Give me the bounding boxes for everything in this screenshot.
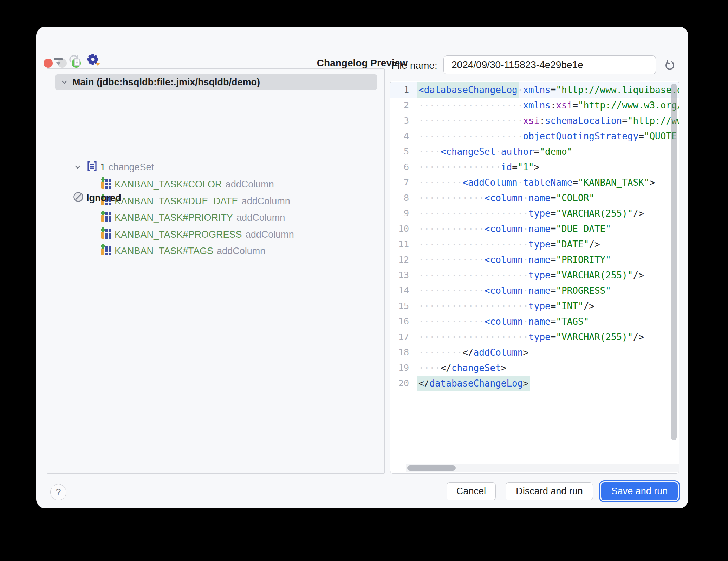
add-column-icon xyxy=(100,227,111,242)
code-line-19: ····</changeSet> xyxy=(418,360,506,376)
changeset-label: changeSet xyxy=(109,162,154,173)
line-number: 6 xyxy=(390,159,409,175)
line-number: 4 xyxy=(390,128,409,144)
tree-root-label: Main (jdbc:hsqldb:file:.jmix/hsqldb/demo… xyxy=(72,77,260,88)
line-number: 13 xyxy=(390,268,409,283)
code-line-16: ············<column·name="TAGS" xyxy=(418,314,589,329)
code-line-18: ········</addColumn> xyxy=(418,345,528,360)
line-number: 8 xyxy=(390,190,409,206)
regenerate-changelog-icon[interactable] xyxy=(68,53,80,66)
vertical-scrollbar[interactable] xyxy=(671,84,677,440)
code-line-7: ········<addColumn·tableName="KANBAN_TAS… xyxy=(418,175,655,190)
help-question-mark: ? xyxy=(56,487,61,498)
code-line-13: ····················type="VARCHAR(255)"/… xyxy=(418,268,644,283)
tree-row-ignored[interactable]: Ignored xyxy=(73,190,121,206)
gutter-separator xyxy=(414,81,414,473)
discard-and-run-button[interactable]: Discard and run xyxy=(506,482,593,500)
line-number: 5 xyxy=(390,144,409,159)
tree-item-name: KANBAN_TASK#TAGS xyxy=(115,246,213,257)
tree-row-changeset[interactable]: 1 changeSet xyxy=(73,159,154,175)
ignored-label: Ignored xyxy=(86,193,121,204)
line-number: 19 xyxy=(390,360,409,376)
code-line-11: ····················type="DATE"/> xyxy=(418,237,600,252)
line-number: 10 xyxy=(390,221,409,237)
tree-row-kanban-task-due-date[interactable]: KANBAN_TASK#DUE_DATEaddColumn xyxy=(100,193,290,209)
line-number: 7 xyxy=(390,175,409,190)
undo-icon[interactable] xyxy=(663,59,675,71)
changeset-icon xyxy=(87,160,97,174)
code-line-9: ····················type="VARCHAR(255)"/… xyxy=(418,206,644,221)
file-name-label: File name: xyxy=(391,60,437,71)
code-line-6: ···············id="1"> xyxy=(418,159,539,175)
line-number: 16 xyxy=(390,314,409,329)
changeset-count: 1 xyxy=(100,162,105,173)
file-name-input[interactable] xyxy=(443,55,656,74)
tree-item-name: KANBAN_TASK#DUE_DATE xyxy=(115,196,238,207)
add-column-icon xyxy=(100,211,111,225)
help-button[interactable]: ? xyxy=(50,484,66,500)
code-line-2: ···················xmlns:xsi="http://www… xyxy=(418,98,679,113)
add-column-icon xyxy=(100,244,111,258)
tree-item-action: addColumn xyxy=(226,179,274,190)
code-line-12: ············<column·name="PRIORITY" xyxy=(418,252,611,268)
tree-item-action: addColumn xyxy=(217,246,265,257)
chevron-down-icon[interactable] xyxy=(60,78,69,86)
code-line-3: ···················xsi:schemaLocation="h… xyxy=(418,113,679,128)
line-number: 14 xyxy=(390,283,409,298)
changelog-tree-panel: Main (jdbc:hsqldb:file:.jmix/hsqldb/demo… xyxy=(47,68,385,474)
line-number: 18 xyxy=(390,345,409,360)
line-number: 2 xyxy=(390,98,409,113)
line-number: 20 xyxy=(390,376,409,391)
code-line-14: ············<column·name="PROGRESS" xyxy=(418,283,611,298)
code-line-17: ····················type="VARCHAR(255)"/… xyxy=(418,329,644,345)
add-column-icon xyxy=(100,177,111,191)
code-line-5: ····<changeSet·author="demo" xyxy=(418,144,572,159)
code-line-4: ···················objectQuotingStrategy… xyxy=(418,128,679,144)
line-number: 12 xyxy=(390,252,409,268)
cancel-button[interactable]: Cancel xyxy=(447,482,496,500)
tree-item-name: KANBAN_TASK#PRIORITY xyxy=(115,212,233,223)
changelog-xml-editor[interactable]: 1<databaseChangeLog·xmlns="http://www.li… xyxy=(390,81,679,474)
code-line-10: ············<column·name="DUE_DATE" xyxy=(418,221,611,237)
line-number: 11 xyxy=(390,237,409,252)
line-number: 17 xyxy=(390,329,409,345)
code-line-8: ············<column·name="COLOR" xyxy=(418,190,594,206)
tree-item-name: KANBAN_TASK#COLOR xyxy=(115,179,222,190)
line-number: 1 xyxy=(390,82,409,98)
tree-row-kanban-task-color[interactable]: KANBAN_TASK#COLORaddColumn xyxy=(100,177,274,192)
line-number: 15 xyxy=(390,298,409,314)
line-number: 9 xyxy=(390,206,409,221)
tree-row-kanban-task-priority[interactable]: KANBAN_TASK#PRIORITYaddColumn xyxy=(100,210,285,225)
ignored-icon xyxy=(73,191,84,205)
tree-item-action: addColumn xyxy=(246,229,294,240)
save-and-run-button[interactable]: Save and run xyxy=(601,482,678,500)
tree-row-kanban-task-progress[interactable]: KANBAN_TASK#PROGRESSaddColumn xyxy=(100,227,294,242)
tree-row-kanban-task-tags[interactable]: KANBAN_TASK#TAGSaddColumn xyxy=(100,243,265,259)
code-line-15: ····················type="INT"/> xyxy=(418,298,594,314)
code-line-1: <databaseChangeLog·xmlns="http://www.liq… xyxy=(418,82,679,98)
screen: Changelog Preview xyxy=(0,0,728,561)
line-number: 3 xyxy=(390,113,409,128)
settings-gear-icon[interactable] xyxy=(87,54,99,66)
tree-item-action: addColumn xyxy=(236,212,285,223)
collapse-all-icon[interactable] xyxy=(52,55,65,67)
changelog-preview-dialog: Changelog Preview xyxy=(36,27,688,508)
horizontal-scrollbar-thumb[interactable] xyxy=(407,465,456,471)
tree-item-action: addColumn xyxy=(242,196,290,207)
tree-item-name: KANBAN_TASK#PROGRESS xyxy=(115,229,242,240)
tree-row-main[interactable]: Main (jdbc:hsqldb:file:.jmix/hsqldb/demo… xyxy=(60,74,260,90)
chevron-down-icon[interactable] xyxy=(73,163,82,171)
code-line-20: </databaseChangeLog> xyxy=(418,376,528,391)
